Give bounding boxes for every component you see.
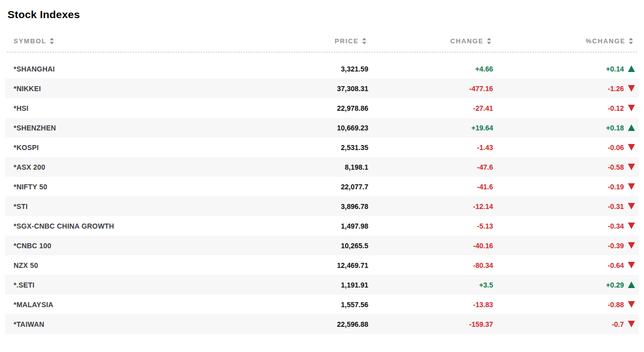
symbol-cell[interactable]: *.SETI [5,281,273,289]
pct-change-cell: +0.29 [493,281,639,289]
symbol-cell[interactable]: NZX 50 [5,261,273,269]
pct-change-cell: -0.39 [493,242,639,250]
table-body: *SHANGHAI3,321.59+4.66+0.14*NIKKEI37,308… [5,59,639,334]
trend-up-icon [628,124,635,131]
symbol-cell[interactable]: *NIKKEI [5,85,273,93]
change-cell: +3.5 [368,281,493,289]
trend-down-icon [628,164,635,170]
pct-change-cell: -0.88 [493,301,639,309]
change-cell: -41.6 [368,183,493,191]
pct-change-cell: +0.14 [493,65,639,73]
price-cell: 1,191.91 [273,281,368,289]
pct-change-value: -0.06 [608,144,624,152]
pct-change-value: -0.19 [608,183,624,191]
price-cell: 1,557.56 [273,301,368,309]
column-header-symbol[interactable]: SYMBOL [14,37,271,45]
trend-down-icon [628,301,635,308]
sort-icon [50,38,54,44]
pct-change-value: +0.14 [606,65,624,73]
symbol-cell[interactable]: *ASX 200 [5,163,273,171]
pct-change-cell: -0.58 [493,163,639,171]
pct-change-cell: +0.18 [493,124,639,132]
table-row: *MALAYSIA1,557.56-13.83-0.88 [5,295,639,314]
table-row: *NIFTY 5022,077.7-41.6-0.19 [5,177,639,196]
symbol-cell[interactable]: *HSI [5,104,273,112]
pct-change-cell: -1.26 [493,85,639,93]
change-cell: -1.43 [368,144,493,152]
column-header-pct-change-label: %CHANGE [586,37,625,45]
symbol-cell[interactable]: *MALAYSIA [5,301,273,309]
pct-change-value: -1.26 [608,85,624,93]
column-header-pct-change[interactable]: %CHANGE [491,37,637,45]
trend-down-icon [628,242,635,249]
trend-down-icon [628,183,635,190]
pct-change-value: +0.18 [606,124,624,132]
price-cell: 1,497.98 [273,222,368,230]
column-header-price[interactable]: PRICE [271,37,366,45]
table-row: *SHENZHEN10,669.23+19.64+0.18 [5,118,639,137]
change-cell: -40.16 [368,242,493,250]
table-row: *KOSPI2,531.35-1.43-0.06 [5,137,639,157]
price-cell: 12,469.71 [273,261,368,269]
trend-down-icon [628,321,635,327]
table-row: *SGX-CNBC CHINA GROWTH1,497.98-5.13-0.34 [5,216,639,236]
trend-down-icon [628,85,635,92]
symbol-cell[interactable]: *TAIWAN [5,320,273,328]
price-cell: 22,978.86 [273,104,368,112]
price-cell: 3,321.59 [273,65,368,73]
pct-change-value: -0.34 [608,222,624,230]
pct-change-cell: -0.34 [493,222,639,230]
trend-down-icon [628,105,635,111]
sort-icon [629,38,633,44]
pct-change-value: -0.88 [608,301,624,309]
pct-change-cell: -0.64 [493,261,639,269]
price-cell: 37,308.31 [273,85,368,93]
trend-up-icon [628,65,635,72]
sort-icon [362,38,366,44]
symbol-cell[interactable]: *NIFTY 50 [5,183,273,191]
symbol-cell[interactable]: *CNBC 100 [5,242,273,250]
table-row: NZX 5012,469.71-80.34-0.64 [5,255,639,275]
symbol-cell[interactable]: *SGX-CNBC CHINA GROWTH [5,222,273,230]
page-title: Stock Indexes [8,9,644,21]
table-row: *TAIWAN22,596.88-159.37-0.7 [5,314,639,334]
pct-change-value: -0.39 [608,242,624,250]
pct-change-cell: -0.31 [493,202,639,210]
trend-down-icon [628,223,635,229]
table-row: *CNBC 10010,265.5-40.16-0.39 [5,236,639,255]
column-header-change[interactable]: CHANGE [366,37,491,45]
stock-indexes-page: Stock Indexes SYMBOL PRICE CHANGE %CHANG… [0,0,644,352]
change-cell: -477.16 [368,85,493,93]
price-cell: 3,896.78 [273,202,368,210]
pct-change-value: -0.64 [608,261,624,269]
price-cell: 2,531.35 [273,144,368,152]
symbol-cell[interactable]: *SHANGHAI [5,65,273,73]
symbol-cell[interactable]: *STI [5,202,273,210]
change-cell: +4.66 [368,65,493,73]
change-cell: -159.37 [368,320,493,328]
stock-indexes-table: SYMBOL PRICE CHANGE %CHANGE *SHANGHAI3,3… [5,37,639,334]
pct-change-value: +0.29 [606,281,624,289]
change-cell: -5.13 [368,222,493,230]
trend-up-icon [628,281,635,288]
table-row: *HSI22,978.86-27.41-0.12 [5,98,639,118]
pct-change-value: -0.58 [608,163,624,171]
trend-down-icon [628,144,635,151]
change-cell: +19.64 [368,124,493,132]
table-header-row: SYMBOL PRICE CHANGE %CHANGE [7,37,637,52]
price-cell: 22,077.7 [273,183,368,191]
pct-change-cell: -0.06 [493,144,639,152]
table-row: *STI3,896.78-12.14-0.31 [5,196,639,216]
change-cell: -47.6 [368,163,493,171]
price-cell: 10,669.23 [273,124,368,132]
change-cell: -80.34 [368,261,493,269]
column-header-price-label: PRICE [335,37,359,45]
symbol-cell[interactable]: *KOSPI [5,144,273,152]
change-cell: -27.41 [368,104,493,112]
table-row: *ASX 2008,198.1-47.6-0.58 [5,157,639,177]
table-row: *NIKKEI37,308.31-477.16-1.26 [5,79,639,98]
pct-change-value: -0.31 [608,202,624,210]
symbol-cell[interactable]: *SHENZHEN [5,124,273,132]
column-header-change-label: CHANGE [450,37,484,45]
trend-down-icon [628,262,635,268]
